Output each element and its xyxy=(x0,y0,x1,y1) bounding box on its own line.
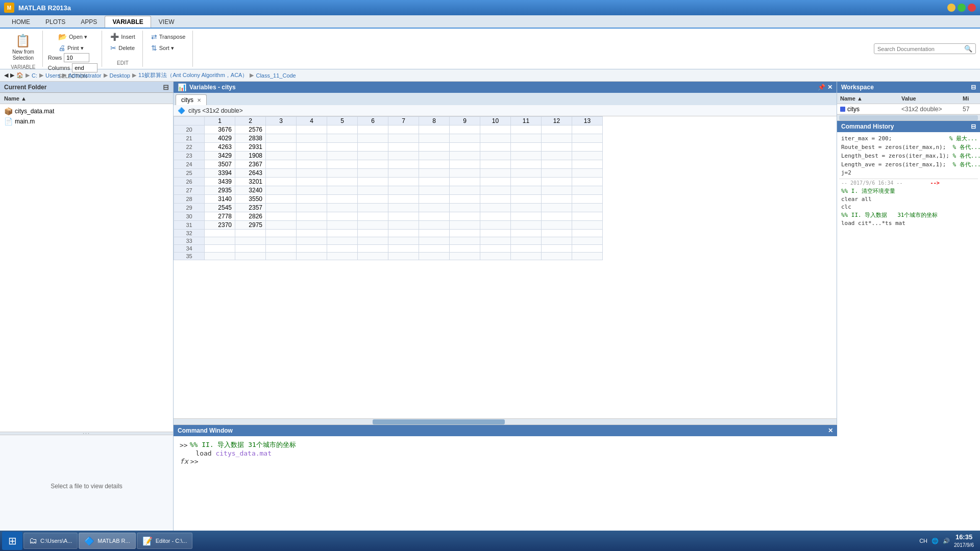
table-cell[interactable] xyxy=(358,204,388,212)
list-item[interactable]: j=2 xyxy=(839,169,978,177)
list-item[interactable]: citys <31x2 double> 57 xyxy=(837,104,980,114)
table-cell[interactable] xyxy=(388,237,419,245)
table-cell[interactable] xyxy=(327,160,358,169)
table-cell[interactable] xyxy=(419,169,450,178)
table-cell[interactable] xyxy=(327,237,358,245)
table-cell[interactable] xyxy=(450,160,480,169)
table-cell[interactable] xyxy=(511,237,542,245)
table-cell[interactable] xyxy=(358,195,388,204)
var-table-container[interactable]: 1 2 3 4 5 6 7 8 9 10 11 12 13 xyxy=(174,116,837,418)
table-cell[interactable] xyxy=(542,143,572,152)
table-cell[interactable]: 2370 xyxy=(205,221,235,230)
cols-input[interactable] xyxy=(72,63,97,72)
table-cell[interactable] xyxy=(266,212,297,221)
table-cell[interactable] xyxy=(480,160,511,169)
table-cell[interactable] xyxy=(358,212,388,221)
list-item[interactable]: %% II. 导入数据 31个城市的坐标 xyxy=(839,211,978,219)
table-cell[interactable] xyxy=(480,237,511,245)
col-header-3[interactable]: 3 xyxy=(266,117,297,126)
table-cell[interactable] xyxy=(266,126,297,134)
col-header-10[interactable]: 10 xyxy=(480,117,511,126)
list-item[interactable]: clear all xyxy=(839,195,978,203)
table-cell[interactable] xyxy=(358,134,388,143)
tab-variable[interactable]: VARIABLE xyxy=(105,16,151,28)
table-cell[interactable] xyxy=(511,245,542,253)
table-cell[interactable] xyxy=(327,169,358,178)
table-cell[interactable] xyxy=(511,195,542,204)
name-col-header[interactable]: Name ▲ xyxy=(0,93,173,104)
table-cell[interactable] xyxy=(419,126,450,134)
table-cell[interactable]: 2357 xyxy=(235,204,266,212)
table-cell[interactable] xyxy=(388,160,419,169)
list-item[interactable]: Route_best = zeros(iter_max,n); % 各代... xyxy=(839,143,978,152)
table-cell[interactable] xyxy=(235,230,266,237)
table-cell[interactable] xyxy=(542,134,572,143)
table-cell[interactable] xyxy=(419,230,450,237)
list-item[interactable]: Length_best = zeros(iter_max,1); % 各代... xyxy=(839,152,978,160)
table-cell[interactable] xyxy=(511,169,542,178)
sort-button[interactable]: ⇅ Sort ▾ xyxy=(148,43,189,53)
table-cell[interactable] xyxy=(572,204,603,212)
table-cell[interactable] xyxy=(511,253,542,260)
rows-input[interactable] xyxy=(64,53,89,62)
table-cell[interactable] xyxy=(327,204,358,212)
cmd-window-close[interactable]: ✕ xyxy=(828,427,833,434)
table-cell[interactable] xyxy=(297,178,327,186)
close-button[interactable] xyxy=(968,4,976,12)
table-cell[interactable] xyxy=(450,126,480,134)
table-cell[interactable] xyxy=(327,221,358,230)
table-cell[interactable] xyxy=(358,221,388,230)
breadcrumb-code[interactable]: Class_11_Code xyxy=(256,72,296,79)
table-cell[interactable] xyxy=(266,143,297,152)
table-cell[interactable] xyxy=(511,230,542,237)
table-cell[interactable] xyxy=(388,253,419,260)
table-cell[interactable] xyxy=(419,221,450,230)
table-cell[interactable] xyxy=(450,134,480,143)
table-cell[interactable] xyxy=(388,230,419,237)
table-cell[interactable] xyxy=(205,237,235,245)
table-cell[interactable] xyxy=(542,253,572,260)
tab-home[interactable]: HOME xyxy=(4,16,38,28)
tab-apps[interactable]: APPS xyxy=(73,16,105,28)
table-cell[interactable] xyxy=(327,143,358,152)
col-header-2[interactable]: 2 xyxy=(235,117,266,126)
table-cell[interactable] xyxy=(480,152,511,160)
table-cell[interactable] xyxy=(480,195,511,204)
table-cell[interactable] xyxy=(572,186,603,195)
table-cell[interactable] xyxy=(419,245,450,253)
table-cell[interactable] xyxy=(450,186,480,195)
table-cell[interactable] xyxy=(266,230,297,237)
col-header-4[interactable]: 4 xyxy=(297,117,327,126)
table-cell[interactable]: 3394 xyxy=(205,169,235,178)
table-cell[interactable] xyxy=(511,178,542,186)
table-cell[interactable] xyxy=(266,178,297,186)
table-cell[interactable] xyxy=(297,186,327,195)
taskbar-item-matlab[interactable]: 🔷 MATLAB R... xyxy=(79,533,135,549)
table-cell[interactable]: 2576 xyxy=(235,126,266,134)
table-cell[interactable]: 2826 xyxy=(235,212,266,221)
list-item[interactable]: Length_ave = zeros(iter_max,1); % 各代... xyxy=(839,160,978,169)
table-cell[interactable] xyxy=(388,212,419,221)
table-cell[interactable]: 2545 xyxy=(205,204,235,212)
table-cell[interactable] xyxy=(205,245,235,253)
print-button[interactable]: 🖨 Print ▾ xyxy=(55,43,90,53)
table-cell[interactable] xyxy=(480,169,511,178)
table-cell[interactable] xyxy=(327,253,358,260)
table-cell[interactable] xyxy=(450,245,480,253)
table-cell[interactable] xyxy=(327,186,358,195)
tab-citys-close[interactable]: ✕ xyxy=(197,97,201,103)
table-cell[interactable] xyxy=(419,178,450,186)
table-cell[interactable] xyxy=(266,195,297,204)
table-cell[interactable]: 3550 xyxy=(235,195,266,204)
table-cell[interactable] xyxy=(480,204,511,212)
table-cell[interactable] xyxy=(542,245,572,253)
table-cell[interactable] xyxy=(511,212,542,221)
table-cell[interactable] xyxy=(388,221,419,230)
delete-button[interactable]: ✂ Delete xyxy=(107,43,138,53)
table-cell[interactable] xyxy=(572,169,603,178)
table-cell[interactable] xyxy=(572,253,603,260)
list-item[interactable]: 📦 citys_data.mat xyxy=(2,106,171,116)
breadcrumb-users[interactable]: Users xyxy=(45,72,60,79)
col-header-11[interactable]: 11 xyxy=(511,117,542,126)
table-cell[interactable] xyxy=(358,143,388,152)
